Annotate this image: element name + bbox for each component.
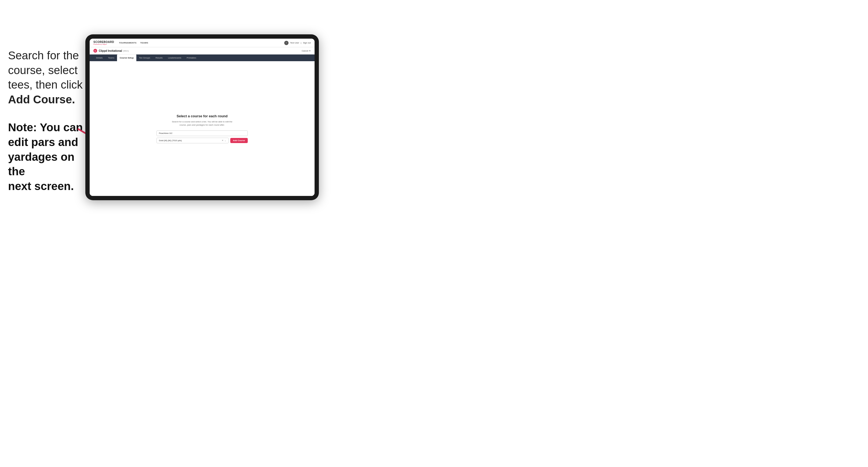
tablet-frame: SCOREBOARD Powered by clippd TOURNAMENTS… <box>85 34 319 200</box>
annotation-note: Note: You can edit pars and yardages on … <box>8 120 86 193</box>
tournament-tag: (Men) <box>123 50 129 52</box>
cancel-button[interactable]: Cancel ✕ <box>302 50 311 52</box>
clear-icon[interactable]: ✕ <box>222 139 224 142</box>
annotation-line2: course, select <box>8 64 78 76</box>
logo-title: SCOREBOARD <box>93 40 114 43</box>
tournament-header: C Clippd Invitational (Men) Cancel ✕ <box>90 47 315 55</box>
tab-teams[interactable]: Teams <box>105 55 117 61</box>
add-course-button[interactable]: Add Course <box>230 138 248 143</box>
main-content: Select a course for each round Search fo… <box>90 61 315 196</box>
annotation-note-line1: Note: You can <box>8 121 83 134</box>
annotation-line3: tees, then click <box>8 79 83 91</box>
annotation-main-text: Search for the course, select tees, then… <box>8 48 86 107</box>
annotation-area: Search for the course, select tees, then… <box>8 48 86 193</box>
section-title: Select a course for each round <box>177 114 227 118</box>
tee-select-value: Gold (M) (M) (7010 yds) <box>159 139 182 142</box>
top-nav: SCOREBOARD Powered by clippd TOURNAMENTS… <box>90 39 315 47</box>
annotation-line1: Search for the <box>8 49 79 62</box>
logo-area: SCOREBOARD Powered by clippd <box>93 40 114 45</box>
tee-select-row: Gold (M) (M) (7010 yds) ✕ ⌄ Add Course <box>156 138 248 143</box>
annotation-note-line2: edit pars and <box>8 136 78 148</box>
top-nav-right: T Test User | Sign out <box>284 41 311 45</box>
tournament-icon: C <box>93 49 97 53</box>
user-avatar: T <box>284 41 288 45</box>
tab-tee-groups[interactable]: Tee Groups <box>136 55 153 61</box>
nav-teams[interactable]: TEAMS <box>141 41 148 44</box>
section-desc: Search for a course and select a tee. Yo… <box>172 120 232 127</box>
user-initials: T <box>286 42 287 44</box>
tab-course-setup[interactable]: Course Setup <box>117 55 136 61</box>
section-desc-line1: Search for a course and select a tee. Yo… <box>172 121 232 123</box>
tournament-title: Clippd Invitational <box>99 50 122 52</box>
nav-links: TOURNAMENTS TEAMS <box>119 41 284 44</box>
tablet-screen: SCOREBOARD Powered by clippd TOURNAMENTS… <box>90 39 315 196</box>
sign-out-link[interactable]: Sign out <box>303 41 311 44</box>
annotation-note-line3: yardages on the <box>8 151 74 178</box>
user-name: Test User <box>290 41 299 44</box>
chevron-down-icon[interactable]: ⌄ <box>224 139 226 142</box>
tee-select[interactable]: Gold (M) (M) (7010 yds) ✕ ⌄ <box>156 138 229 143</box>
tab-results[interactable]: Results <box>153 55 165 61</box>
course-search-input[interactable] <box>156 130 248 136</box>
tournament-icon-label: C <box>94 50 96 52</box>
annotation-note-line4: next screen. <box>8 180 74 192</box>
tab-printables[interactable]: Printables <box>184 55 199 61</box>
nav-tournaments[interactable]: TOURNAMENTS <box>119 41 136 44</box>
section-desc-line2: course, pars and yardages for each round… <box>180 124 225 126</box>
sub-nav: Details Teams Course Setup Tee Groups Re… <box>90 55 315 61</box>
nav-separator: | <box>301 41 302 44</box>
tee-select-controls: ✕ ⌄ <box>222 139 226 142</box>
tab-leaderboards[interactable]: Leaderboards <box>165 55 184 61</box>
logo-subtitle: Powered by clippd <box>93 43 114 45</box>
annotation-line4-bold: Add Course. <box>8 93 75 106</box>
course-section: Select a course for each round Search fo… <box>156 114 248 143</box>
tab-details[interactable]: Details <box>93 55 105 61</box>
